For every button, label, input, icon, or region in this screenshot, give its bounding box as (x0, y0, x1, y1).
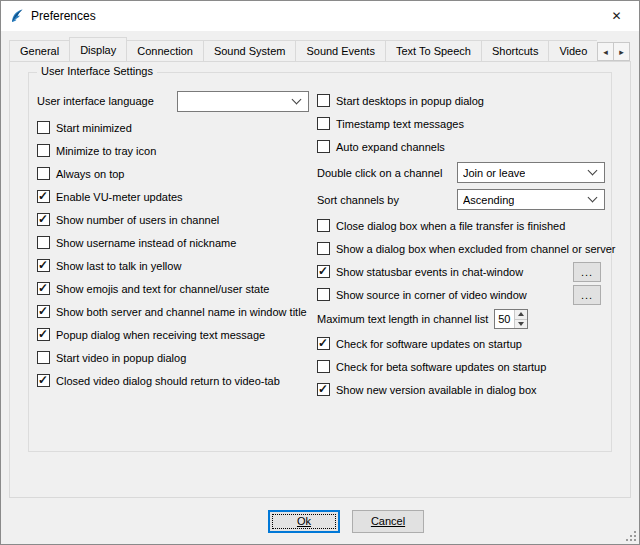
checkbox-row[interactable]: Start minimized (37, 116, 309, 139)
checkbox-checked[interactable] (317, 265, 330, 278)
checkbox-row[interactable]: Show last to talk in yellow (37, 254, 309, 277)
checkbox-unchecked[interactable] (317, 360, 330, 373)
close-icon[interactable]: ✕ (594, 1, 639, 31)
ellipsis-button[interactable]: ... (573, 285, 601, 305)
checkbox-row[interactable]: Close dialog box when a file transfer is… (317, 214, 605, 237)
checkbox-label: Show source in corner of video window (336, 289, 527, 301)
checkbox-label: Start minimized (56, 122, 132, 134)
checkbox-unchecked[interactable] (37, 167, 50, 180)
sort-channels-combobox[interactable]: Ascending (457, 189, 605, 210)
checkbox-row[interactable]: Minimize to tray icon (37, 139, 309, 162)
tab-video[interactable]: Video (548, 40, 597, 61)
checkbox-label: Start desktops in popup dialog (336, 95, 484, 107)
checkbox-label: Minimize to tray icon (56, 145, 156, 157)
tab-general[interactable]: General (9, 40, 70, 61)
checkbox-row[interactable]: Show new version available in dialog box (317, 378, 605, 401)
checkbox-label: Popup dialog when receiving text message (56, 329, 265, 341)
checkbox-row[interactable]: Closed video dialog should return to vid… (37, 369, 309, 392)
checkbox-row[interactable]: Always on top (37, 162, 309, 185)
checkbox-row[interactable]: Show both server and channel name in win… (37, 300, 309, 323)
titlebar[interactable]: Preferences ✕ (1, 1, 639, 31)
tab-scroll-right-icon[interactable]: ▸ (613, 42, 630, 61)
tab-connection[interactable]: Connection (126, 40, 204, 61)
checkbox-unchecked[interactable] (37, 121, 50, 134)
left-checkbox-list: Start minimizedMinimize to tray iconAlwa… (37, 116, 309, 392)
resize-grip[interactable] (624, 529, 637, 542)
language-row: User interface language (37, 89, 309, 113)
checkbox-row[interactable]: Popup dialog when receiving text message (37, 323, 309, 346)
checkbox-checked[interactable] (37, 213, 50, 226)
checkbox-row[interactable]: Show username instead of nickname (37, 231, 309, 254)
double-click-row: Double click on a channel Join or leave (317, 160, 605, 185)
ok-button[interactable]: Ok (268, 510, 340, 533)
checkbox-row[interactable]: Check for beta software updates on start… (317, 355, 605, 378)
tab-display[interactable]: Display (69, 37, 127, 61)
checkbox-unchecked[interactable] (317, 219, 330, 232)
double-click-label: Double click on a channel (317, 167, 442, 179)
spin-down-icon[interactable] (515, 319, 527, 329)
checkbox-unchecked[interactable] (317, 94, 330, 107)
checkbox-checked[interactable] (317, 337, 330, 350)
checkbox-row[interactable]: Show a dialog box when excluded from cha… (317, 237, 605, 260)
checkbox-row[interactable]: Timestamp text messages (317, 112, 605, 135)
footer: Ok Cancel (1, 498, 639, 544)
checkbox-label: Show username instead of nickname (56, 237, 236, 249)
group-title: User Interface Settings (37, 65, 157, 77)
checkbox-row[interactable]: Check for software updates on startup (317, 332, 605, 355)
checkbox-row[interactable]: Enable VU-meter updates (37, 185, 309, 208)
checkbox-label: Enable VU-meter updates (56, 191, 183, 203)
double-click-combobox[interactable]: Join or leave (457, 162, 605, 183)
checkbox-label: Show a dialog box when excluded from cha… (336, 243, 615, 255)
sort-channels-value: Ascending (463, 194, 514, 206)
double-click-value: Join or leave (463, 167, 525, 179)
checkbox-label: Check for beta software updates on start… (336, 361, 546, 373)
checkbox-label: Check for software updates on startup (336, 338, 522, 350)
user-interface-settings-group: User Interface Settings User interface l… (28, 72, 612, 452)
checkbox-unchecked[interactable] (317, 242, 330, 255)
checkbox-row[interactable]: Show source in corner of video window... (317, 283, 605, 306)
checkbox-label: Show emojis and text for channel/user st… (56, 283, 269, 295)
checkbox-unchecked[interactable] (317, 288, 330, 301)
checkbox-label: Timestamp text messages (336, 118, 464, 130)
checkbox-label: Show number of users in channel (56, 214, 219, 226)
checkbox-row[interactable]: Start video in popup dialog (37, 346, 309, 369)
checkbox-label: Show last to talk in yellow (56, 260, 181, 272)
checkbox-row[interactable]: Auto expand channels (317, 135, 605, 158)
right-checkbox-list-with-buttons: Show statusbar events in chat-window...S… (317, 260, 605, 306)
checkbox-label: Show new version available in dialog box (336, 384, 537, 396)
checkbox-unchecked[interactable] (37, 144, 50, 157)
checkbox-checked[interactable] (37, 374, 50, 387)
checkbox-row[interactable]: Start desktops in popup dialog (317, 89, 605, 112)
tab-shortcuts[interactable]: Shortcuts (481, 40, 549, 61)
tab-scroll-left-icon[interactable]: ◂ (597, 42, 614, 61)
chevron-down-icon (588, 193, 598, 203)
max-text-length-spinner[interactable]: 50 (494, 309, 528, 329)
checkbox-row[interactable]: Show statusbar events in chat-window... (317, 260, 605, 283)
language-combobox[interactable] (177, 91, 309, 112)
max-text-length-label: Maximum text length in channel list (317, 313, 488, 325)
language-label: User interface language (37, 95, 154, 107)
checkbox-checked[interactable] (37, 305, 50, 318)
checkbox-checked[interactable] (37, 328, 50, 341)
display-tab-panel: User Interface Settings User interface l… (9, 61, 631, 498)
ellipsis-button[interactable]: ... (573, 262, 601, 282)
checkbox-row[interactable]: Show emojis and text for channel/user st… (37, 277, 309, 300)
tab-text-to-speech[interactable]: Text To Speech (385, 40, 482, 61)
checkbox-unchecked[interactable] (317, 117, 330, 130)
checkbox-checked[interactable] (37, 282, 50, 295)
spin-up-icon[interactable] (515, 310, 527, 319)
checkbox-unchecked[interactable] (37, 236, 50, 249)
checkbox-unchecked[interactable] (37, 351, 50, 364)
checkbox-label: Start video in popup dialog (56, 352, 186, 364)
checkbox-checked[interactable] (317, 383, 330, 396)
checkbox-label: Closed video dialog should return to vid… (56, 375, 280, 387)
checkbox-label: Always on top (56, 168, 124, 180)
checkbox-checked[interactable] (37, 259, 50, 272)
checkbox-checked[interactable] (37, 190, 50, 203)
checkbox-row[interactable]: Show number of users in channel (37, 208, 309, 231)
checkbox-unchecked[interactable] (317, 140, 330, 153)
spinner-buttons (514, 310, 527, 328)
tab-sound-events[interactable]: Sound Events (295, 40, 386, 61)
tab-sound-system[interactable]: Sound System (203, 40, 297, 61)
cancel-button[interactable]: Cancel (352, 510, 424, 533)
